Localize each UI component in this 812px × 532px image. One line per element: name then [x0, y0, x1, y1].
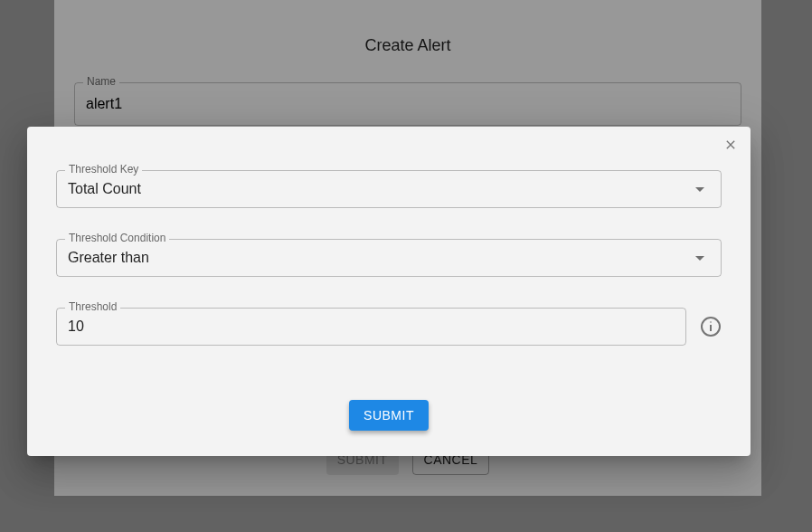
chevron-down-icon: [695, 187, 704, 192]
chevron-down-icon: [695, 256, 704, 261]
threshold-condition-value: Greater than: [68, 250, 149, 266]
threshold-input[interactable]: [56, 308, 686, 346]
threshold-condition-label: Threshold Condition: [65, 232, 169, 244]
svg-point-2: [710, 321, 712, 323]
close-icon[interactable]: [722, 136, 740, 154]
threshold-label: Threshold: [65, 300, 120, 313]
threshold-modal: Threshold Key Total Count Threshold Cond…: [27, 127, 751, 456]
threshold-key-label: Threshold Key: [65, 163, 142, 176]
threshold-key-select[interactable]: Total Count: [56, 170, 722, 208]
info-icon[interactable]: [700, 316, 722, 337]
submit-button[interactable]: SUBMIT: [349, 400, 429, 431]
threshold-condition-select[interactable]: Greater than: [56, 239, 722, 277]
threshold-key-value: Total Count: [68, 181, 141, 197]
